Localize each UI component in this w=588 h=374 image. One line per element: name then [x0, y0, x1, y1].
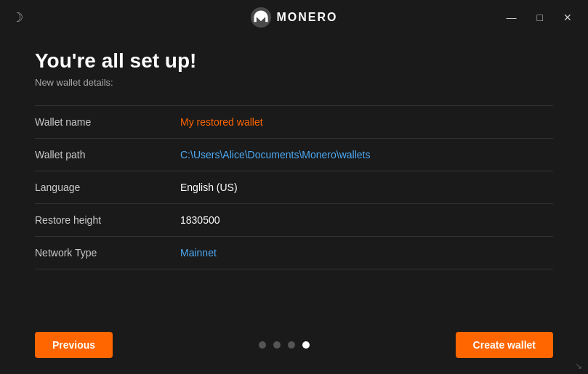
- table-row: Wallet nameMy restored wallet: [35, 106, 553, 139]
- title-bar-controls: — □ ✕: [502, 9, 576, 26]
- detail-label: Network Type: [35, 237, 180, 269]
- pagination-dot-4: [302, 341, 310, 349]
- main-content: You're all set up! New wallet details: W…: [0, 35, 588, 284]
- title-bar: ☽ MONERO — □ ✕: [0, 0, 588, 35]
- resize-handle-icon[interactable]: ↘: [575, 361, 585, 371]
- page-heading: You're all set up!: [35, 49, 553, 73]
- create-wallet-button[interactable]: Create wallet: [456, 332, 553, 358]
- maximize-button[interactable]: □: [533, 9, 547, 26]
- detail-label: Wallet name: [35, 106, 180, 139]
- footer: Previous Create wallet: [0, 316, 588, 374]
- pagination-dot-2: [273, 341, 281, 349]
- details-table: Wallet nameMy restored walletWallet path…: [35, 105, 553, 269]
- minimize-button[interactable]: —: [502, 9, 521, 26]
- pagination: [259, 341, 310, 349]
- detail-value: Mainnet: [180, 237, 553, 269]
- detail-label: Restore height: [35, 204, 180, 237]
- detail-value: C:\Users\Alice\Documents\Monero\wallets: [180, 139, 553, 171]
- pagination-dot-1: [259, 341, 266, 349]
- app-title: MONERO: [277, 11, 338, 24]
- table-row: Restore height1830500: [35, 204, 553, 237]
- monero-logo-icon: [251, 7, 271, 28]
- table-row: Network TypeMainnet: [35, 237, 553, 269]
- title-bar-center: MONERO: [251, 7, 338, 28]
- detail-value: My restored wallet: [180, 106, 553, 139]
- detail-value: 1830500: [180, 204, 553, 237]
- table-row: LanguageEnglish (US): [35, 171, 553, 204]
- detail-value: English (US): [180, 171, 553, 204]
- close-button[interactable]: ✕: [559, 9, 576, 26]
- title-bar-left: ☽: [12, 9, 23, 25]
- detail-label: Language: [35, 171, 180, 204]
- pagination-dot-3: [288, 341, 295, 349]
- previous-button[interactable]: Previous: [35, 332, 113, 358]
- page-subheading: New wallet details:: [35, 77, 553, 88]
- table-row: Wallet pathC:\Users\Alice\Documents\Mone…: [35, 139, 553, 171]
- detail-label: Wallet path: [35, 139, 180, 171]
- moon-icon: ☽: [12, 9, 23, 25]
